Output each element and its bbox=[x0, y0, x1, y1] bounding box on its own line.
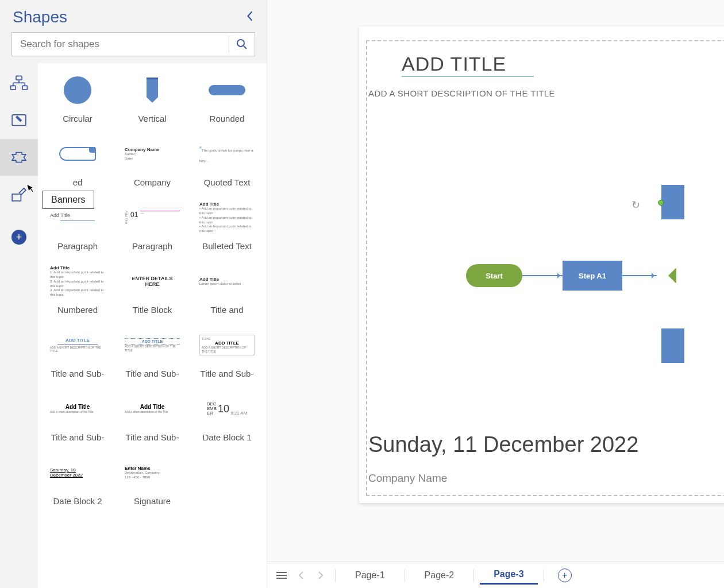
flow-block-top[interactable] bbox=[661, 185, 684, 219]
shape-label: Title and bbox=[211, 305, 244, 315]
tab-page-1[interactable]: Page-1 bbox=[341, 567, 399, 584]
flow-start-shape[interactable]: Start bbox=[466, 264, 522, 287]
shape-title-sub-1[interactable]: ADD TITLEADD A SHORT DESCRIPTION OF THE … bbox=[44, 325, 111, 365]
shape-label: Circular bbox=[63, 114, 93, 123]
shape-title-sub-4[interactable]: Add TitleAdd a short description of the … bbox=[44, 389, 111, 429]
add-page-button[interactable]: + bbox=[558, 568, 572, 582]
shape-date-block-1[interactable]: DECEMBER109:21 AM bbox=[193, 389, 261, 429]
shape-gallery: Circular Vertical Rounded ed Company Nam… bbox=[38, 63, 267, 588]
shapes-panel-title: Shapes bbox=[13, 8, 67, 26]
shape-circular[interactable] bbox=[44, 70, 111, 110]
svg-rect-10 bbox=[16, 115, 22, 122]
shape-label: Title and Sub- bbox=[51, 369, 105, 378]
shape-label: Paragraph bbox=[57, 241, 98, 251]
shapes-panel: Shapes + bbox=[0, 0, 267, 588]
shape-label: Paragraph bbox=[132, 241, 172, 251]
collapse-panel-button[interactable] bbox=[246, 11, 254, 24]
shape-label: Vertical bbox=[138, 114, 166, 123]
shape-bulleted[interactable]: Add Title• Add an important point relate… bbox=[193, 198, 261, 238]
shape-vertical[interactable] bbox=[118, 70, 186, 110]
shape-label: Numbered bbox=[57, 305, 98, 315]
tab-separator bbox=[335, 569, 336, 582]
category-tooltip: Banners bbox=[43, 191, 94, 209]
selection-handle[interactable] bbox=[658, 200, 664, 206]
page-company-text[interactable]: Company Name bbox=[368, 472, 447, 485]
page-title-placeholder[interactable]: ADD TITLE bbox=[402, 53, 506, 75]
svg-rect-7 bbox=[11, 86, 16, 90]
next-page-button[interactable] bbox=[312, 567, 329, 584]
tab-page-3[interactable]: Page-3 bbox=[480, 566, 537, 585]
prev-page-button[interactable] bbox=[292, 567, 310, 584]
shape-signature[interactable]: Enter NameDesignation, Company123 - 456 … bbox=[118, 452, 186, 493]
search-button[interactable] bbox=[229, 38, 255, 50]
page-subtitle-placeholder[interactable]: ADD A SHORT DESCRIPTION OF THE TITLE bbox=[368, 88, 555, 98]
shape-capsule[interactable] bbox=[44, 134, 111, 174]
shape-label: Title and Sub- bbox=[201, 369, 254, 378]
category-banners[interactable] bbox=[0, 139, 38, 176]
shape-company[interactable]: Company NameAuthor:Date: bbox=[118, 134, 186, 174]
shape-label: Quoted Text bbox=[204, 177, 251, 187]
page-margin: ADD TITLE ADD A SHORT DESCRIPTION OF THE… bbox=[366, 40, 724, 496]
page-date-text[interactable]: Sunday, 11 December 2022 bbox=[368, 432, 638, 457]
shape-label: Company bbox=[134, 177, 171, 187]
drawing-page[interactable]: ADD TITLE ADD A SHORT DESCRIPTION OF THE… bbox=[359, 26, 724, 503]
canvas-area[interactable]: ADD TITLE ADD A SHORT DESCRIPTION OF THE… bbox=[267, 0, 724, 588]
shape-label: Rounded bbox=[210, 114, 245, 123]
page-title-underline bbox=[402, 76, 534, 77]
shape-title-sub-2[interactable]: ADD TITLEADD A SHORT DESCRIPTION OF THE … bbox=[118, 325, 186, 365]
rotate-handle-icon[interactable]: ↻ bbox=[631, 199, 640, 211]
svg-rect-2 bbox=[16, 76, 22, 80]
tab-page-2[interactable]: Page-2 bbox=[411, 567, 468, 584]
all-pages-button[interactable] bbox=[273, 567, 290, 584]
shape-title-sub-5[interactable]: Add TitleAdd a short description of the … bbox=[118, 389, 186, 429]
tab-separator bbox=[473, 569, 474, 582]
shape-label: Bulleted Text bbox=[202, 241, 252, 251]
shape-title-and[interactable]: Add TitleLorem ipsum dolor sit amet bbox=[193, 261, 261, 301]
shape-label: ed bbox=[73, 177, 83, 187]
shape-date-block-2[interactable]: Saturday, 10December 2022 bbox=[44, 452, 111, 493]
shape-label: Title Block bbox=[133, 305, 172, 315]
add-category-button[interactable]: + bbox=[11, 230, 26, 245]
svg-line-1 bbox=[244, 46, 247, 49]
shape-rounded[interactable] bbox=[193, 70, 261, 110]
shape-paragraph-2[interactable]: Add Title01— bbox=[118, 198, 186, 238]
svg-rect-11 bbox=[12, 194, 21, 201]
flow-step-shape[interactable]: Step A1 bbox=[563, 261, 622, 291]
shape-title-sub-3[interactable]: TOPICADD TITLEADD A SHORT DESCRIPTION OF… bbox=[193, 325, 261, 365]
tab-separator bbox=[544, 569, 544, 582]
category-flowchart[interactable] bbox=[0, 65, 38, 102]
connector-2[interactable] bbox=[622, 275, 657, 276]
svg-rect-8 bbox=[22, 86, 28, 90]
flow-decision-collapsed[interactable] bbox=[660, 268, 676, 284]
shape-search bbox=[11, 32, 255, 56]
shape-label: Title and Sub- bbox=[51, 432, 105, 442]
shape-label: Signature bbox=[134, 496, 171, 506]
shape-label: Date Block 1 bbox=[202, 432, 251, 442]
shape-quoted[interactable]: “The quick brown fox jumps over a lazy… bbox=[193, 134, 261, 174]
shape-label: Date Block 2 bbox=[53, 496, 102, 506]
search-input[interactable] bbox=[12, 38, 229, 50]
connector-1[interactable] bbox=[522, 275, 563, 276]
shape-title-block[interactable]: ENTER DETAILS HERE bbox=[118, 261, 186, 301]
svg-point-0 bbox=[237, 40, 244, 47]
page-tab-bar: Page-1 Page-2 Page-3 + bbox=[267, 562, 724, 588]
flow-block-bottom[interactable] bbox=[661, 328, 684, 363]
shape-label: Title and Sub- bbox=[126, 432, 179, 442]
tab-separator bbox=[405, 569, 405, 582]
shape-numbered[interactable]: Add Title1 Add an important point relate… bbox=[44, 261, 111, 301]
category-strip: + bbox=[0, 63, 38, 588]
shape-label: Title and Sub- bbox=[126, 369, 179, 378]
category-containers[interactable] bbox=[0, 102, 38, 139]
